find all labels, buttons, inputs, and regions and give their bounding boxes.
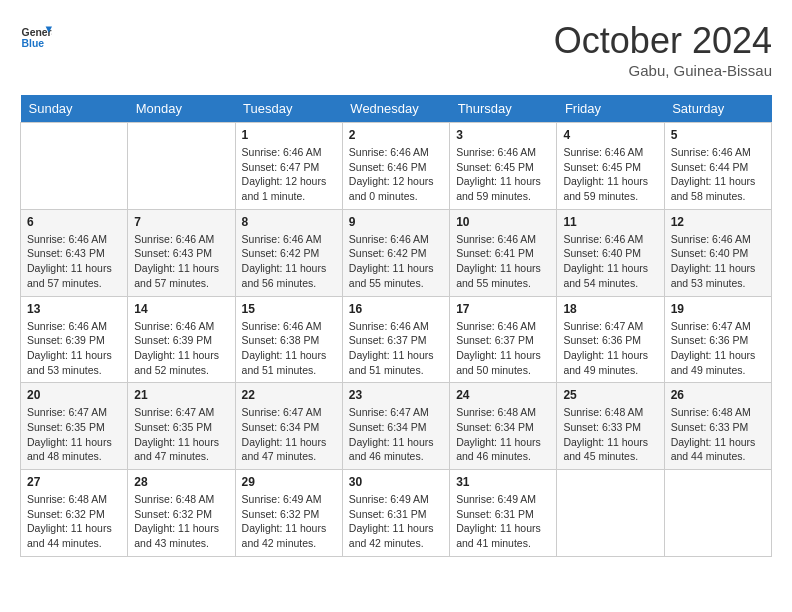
svg-text:Blue: Blue <box>22 38 45 49</box>
day-info: Sunrise: 6:46 AMSunset: 6:42 PMDaylight:… <box>242 232 336 291</box>
table-row: 21 Sunrise: 6:47 AMSunset: 6:35 PMDaylig… <box>128 383 235 470</box>
table-row: 18 Sunrise: 6:47 AMSunset: 6:36 PMDaylig… <box>557 296 664 383</box>
table-row: 4 Sunrise: 6:46 AMSunset: 6:45 PMDayligh… <box>557 123 664 210</box>
week-row-5: 27 Sunrise: 6:48 AMSunset: 6:32 PMDaylig… <box>21 470 772 557</box>
table-row: 23 Sunrise: 6:47 AMSunset: 6:34 PMDaylig… <box>342 383 449 470</box>
day-info: Sunrise: 6:49 AMSunset: 6:32 PMDaylight:… <box>242 492 336 551</box>
day-number: 10 <box>456 215 550 229</box>
table-row: 14 Sunrise: 6:46 AMSunset: 6:39 PMDaylig… <box>128 296 235 383</box>
day-number: 26 <box>671 388 765 402</box>
day-number: 16 <box>349 302 443 316</box>
day-info: Sunrise: 6:46 AMSunset: 6:40 PMDaylight:… <box>671 232 765 291</box>
table-row: 30 Sunrise: 6:49 AMSunset: 6:31 PMDaylig… <box>342 470 449 557</box>
table-row: 25 Sunrise: 6:48 AMSunset: 6:33 PMDaylig… <box>557 383 664 470</box>
table-row: 26 Sunrise: 6:48 AMSunset: 6:33 PMDaylig… <box>664 383 771 470</box>
col-monday: Monday <box>128 95 235 123</box>
day-number: 17 <box>456 302 550 316</box>
col-wednesday: Wednesday <box>342 95 449 123</box>
day-number: 29 <box>242 475 336 489</box>
day-info: Sunrise: 6:46 AMSunset: 6:47 PMDaylight:… <box>242 145 336 204</box>
day-number: 14 <box>134 302 228 316</box>
day-number: 18 <box>563 302 657 316</box>
day-info: Sunrise: 6:48 AMSunset: 6:32 PMDaylight:… <box>27 492 121 551</box>
table-row: 29 Sunrise: 6:49 AMSunset: 6:32 PMDaylig… <box>235 470 342 557</box>
day-number: 20 <box>27 388 121 402</box>
logo: General Blue <box>20 20 52 52</box>
day-info: Sunrise: 6:47 AMSunset: 6:34 PMDaylight:… <box>349 405 443 464</box>
table-row: 9 Sunrise: 6:46 AMSunset: 6:42 PMDayligh… <box>342 209 449 296</box>
day-info: Sunrise: 6:46 AMSunset: 6:43 PMDaylight:… <box>27 232 121 291</box>
day-info: Sunrise: 6:46 AMSunset: 6:39 PMDaylight:… <box>134 319 228 378</box>
col-thursday: Thursday <box>450 95 557 123</box>
day-number: 22 <box>242 388 336 402</box>
day-number: 3 <box>456 128 550 142</box>
logo-icon: General Blue <box>20 20 52 52</box>
page-header: General Blue October 2024 Gabu, Guinea-B… <box>20 20 772 79</box>
day-number: 1 <box>242 128 336 142</box>
col-sunday: Sunday <box>21 95 128 123</box>
day-number: 11 <box>563 215 657 229</box>
week-row-1: 1 Sunrise: 6:46 AMSunset: 6:47 PMDayligh… <box>21 123 772 210</box>
table-row: 8 Sunrise: 6:46 AMSunset: 6:42 PMDayligh… <box>235 209 342 296</box>
table-row <box>128 123 235 210</box>
day-info: Sunrise: 6:46 AMSunset: 6:42 PMDaylight:… <box>349 232 443 291</box>
calendar-table: Sunday Monday Tuesday Wednesday Thursday… <box>20 95 772 557</box>
day-number: 13 <box>27 302 121 316</box>
table-row: 24 Sunrise: 6:48 AMSunset: 6:34 PMDaylig… <box>450 383 557 470</box>
col-saturday: Saturday <box>664 95 771 123</box>
day-number: 15 <box>242 302 336 316</box>
table-row: 17 Sunrise: 6:46 AMSunset: 6:37 PMDaylig… <box>450 296 557 383</box>
header-row: Sunday Monday Tuesday Wednesday Thursday… <box>21 95 772 123</box>
day-number: 25 <box>563 388 657 402</box>
day-info: Sunrise: 6:47 AMSunset: 6:35 PMDaylight:… <box>27 405 121 464</box>
table-row: 13 Sunrise: 6:46 AMSunset: 6:39 PMDaylig… <box>21 296 128 383</box>
day-number: 24 <box>456 388 550 402</box>
table-row: 28 Sunrise: 6:48 AMSunset: 6:32 PMDaylig… <box>128 470 235 557</box>
day-number: 12 <box>671 215 765 229</box>
table-row: 16 Sunrise: 6:46 AMSunset: 6:37 PMDaylig… <box>342 296 449 383</box>
day-info: Sunrise: 6:48 AMSunset: 6:33 PMDaylight:… <box>563 405 657 464</box>
day-number: 21 <box>134 388 228 402</box>
table-row: 31 Sunrise: 6:49 AMSunset: 6:31 PMDaylig… <box>450 470 557 557</box>
table-row: 1 Sunrise: 6:46 AMSunset: 6:47 PMDayligh… <box>235 123 342 210</box>
day-number: 23 <box>349 388 443 402</box>
table-row <box>21 123 128 210</box>
day-info: Sunrise: 6:46 AMSunset: 6:38 PMDaylight:… <box>242 319 336 378</box>
day-info: Sunrise: 6:47 AMSunset: 6:36 PMDaylight:… <box>671 319 765 378</box>
day-info: Sunrise: 6:49 AMSunset: 6:31 PMDaylight:… <box>456 492 550 551</box>
table-row: 3 Sunrise: 6:46 AMSunset: 6:45 PMDayligh… <box>450 123 557 210</box>
table-row: 6 Sunrise: 6:46 AMSunset: 6:43 PMDayligh… <box>21 209 128 296</box>
day-number: 7 <box>134 215 228 229</box>
table-row <box>664 470 771 557</box>
day-info: Sunrise: 6:47 AMSunset: 6:34 PMDaylight:… <box>242 405 336 464</box>
col-friday: Friday <box>557 95 664 123</box>
day-info: Sunrise: 6:46 AMSunset: 6:40 PMDaylight:… <box>563 232 657 291</box>
title-section: October 2024 Gabu, Guinea-Bissau <box>554 20 772 79</box>
table-row: 19 Sunrise: 6:47 AMSunset: 6:36 PMDaylig… <box>664 296 771 383</box>
day-info: Sunrise: 6:46 AMSunset: 6:37 PMDaylight:… <box>456 319 550 378</box>
day-number: 30 <box>349 475 443 489</box>
day-number: 19 <box>671 302 765 316</box>
day-number: 27 <box>27 475 121 489</box>
day-number: 8 <box>242 215 336 229</box>
table-row: 27 Sunrise: 6:48 AMSunset: 6:32 PMDaylig… <box>21 470 128 557</box>
day-info: Sunrise: 6:46 AMSunset: 6:37 PMDaylight:… <box>349 319 443 378</box>
week-row-3: 13 Sunrise: 6:46 AMSunset: 6:39 PMDaylig… <box>21 296 772 383</box>
day-info: Sunrise: 6:47 AMSunset: 6:35 PMDaylight:… <box>134 405 228 464</box>
day-info: Sunrise: 6:46 AMSunset: 6:45 PMDaylight:… <box>563 145 657 204</box>
table-row <box>557 470 664 557</box>
table-row: 7 Sunrise: 6:46 AMSunset: 6:43 PMDayligh… <box>128 209 235 296</box>
table-row: 11 Sunrise: 6:46 AMSunset: 6:40 PMDaylig… <box>557 209 664 296</box>
day-info: Sunrise: 6:46 AMSunset: 6:45 PMDaylight:… <box>456 145 550 204</box>
day-info: Sunrise: 6:46 AMSunset: 6:44 PMDaylight:… <box>671 145 765 204</box>
day-number: 31 <box>456 475 550 489</box>
table-row: 22 Sunrise: 6:47 AMSunset: 6:34 PMDaylig… <box>235 383 342 470</box>
table-row: 10 Sunrise: 6:46 AMSunset: 6:41 PMDaylig… <box>450 209 557 296</box>
day-number: 28 <box>134 475 228 489</box>
day-info: Sunrise: 6:46 AMSunset: 6:43 PMDaylight:… <box>134 232 228 291</box>
day-number: 2 <box>349 128 443 142</box>
col-tuesday: Tuesday <box>235 95 342 123</box>
table-row: 12 Sunrise: 6:46 AMSunset: 6:40 PMDaylig… <box>664 209 771 296</box>
day-info: Sunrise: 6:48 AMSunset: 6:32 PMDaylight:… <box>134 492 228 551</box>
day-info: Sunrise: 6:48 AMSunset: 6:34 PMDaylight:… <box>456 405 550 464</box>
